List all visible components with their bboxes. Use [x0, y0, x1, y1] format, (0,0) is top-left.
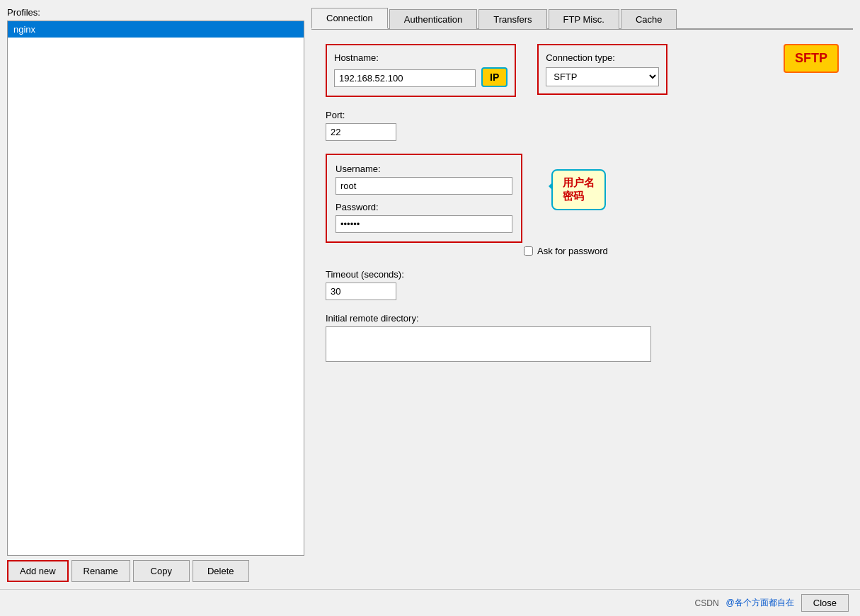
profiles-list[interactable]: nginx: [7, 21, 304, 556]
hostname-label: Hostname:: [334, 52, 508, 63]
tooltip-line1: 用户名: [563, 176, 595, 190]
password-group: Password:: [336, 202, 512, 233]
tab-cache[interactable]: Cache: [621, 9, 677, 29]
credentials-section: Username: Password: 用户名 密码: [326, 154, 522, 243]
main-container: Profiles: nginx Add new Rename Copy Dele…: [0, 0, 860, 589]
profile-item-nginx[interactable]: nginx: [8, 21, 304, 38]
timeout-input[interactable]: [326, 283, 396, 300]
watermark: @各个方面都自在: [726, 597, 794, 609]
port-input[interactable]: [326, 123, 396, 141]
connection-type-select[interactable]: SFTP FTP FTPS SCP: [546, 67, 659, 86]
credentials-tooltip: 用户名 密码: [551, 169, 606, 210]
ask-password-label: Ask for password: [537, 246, 608, 256]
password-label: Password:: [336, 202, 379, 212]
sftp-badge: SFTP: [784, 44, 839, 73]
copy-button[interactable]: Copy: [133, 560, 190, 582]
remote-dir-section: Initial remote directory:: [326, 313, 839, 362]
remote-dir-input[interactable]: [326, 326, 651, 362]
hostname-input-row: IP: [334, 67, 508, 89]
timeout-section: Timeout (seconds):: [326, 269, 839, 300]
port-label: Port:: [326, 110, 345, 120]
close-button[interactable]: Close: [801, 594, 849, 612]
ip-badge: IP: [481, 67, 508, 87]
connection-type-section: Connection type: SFTP FTP FTPS SCP: [537, 44, 667, 95]
tabs-bar: Connection Authentication Transfers FTP …: [311, 7, 853, 30]
delete-button[interactable]: Delete: [193, 560, 249, 582]
tab-authentication[interactable]: Authentication: [389, 9, 477, 29]
ask-password-section: Ask for password: [524, 246, 839, 256]
rename-button[interactable]: Rename: [71, 560, 130, 582]
remote-dir-label: Initial remote directory:: [326, 313, 419, 324]
profiles-label: Profiles:: [7, 7, 304, 18]
timeout-label: Timeout (seconds):: [326, 269, 404, 280]
username-label: Username:: [336, 164, 381, 174]
connection-type-label: Connection type:: [546, 52, 659, 63]
port-input-wrapper: [326, 123, 839, 141]
hostname-input[interactable]: [334, 69, 476, 87]
right-panel: Connection Authentication Transfers FTP …: [311, 7, 853, 582]
password-input[interactable]: [336, 215, 512, 233]
port-section: Port:: [326, 110, 839, 141]
profiles-buttons: Add new Rename Copy Delete: [7, 560, 304, 582]
username-input[interactable]: [336, 177, 512, 195]
ask-password-checkbox[interactable]: [524, 246, 533, 256]
tooltip-line2: 密码: [563, 190, 595, 203]
hostname-section: Hostname: IP: [326, 44, 516, 97]
csdn-label: CSDN: [695, 598, 719, 608]
footer: CSDN @各个方面都自在 Close: [0, 589, 860, 616]
add-new-button[interactable]: Add new: [7, 560, 69, 582]
top-fields-row: Hostname: IP Connection type: SFTP FTP F…: [326, 44, 839, 97]
tab-connection[interactable]: Connection: [311, 8, 388, 29]
profiles-panel: Profiles: nginx Add new Rename Copy Dele…: [7, 7, 304, 582]
username-group: Username:: [336, 164, 512, 195]
tab-ftp-misc[interactable]: FTP Misc.: [549, 9, 619, 29]
tab-content: SFTP Hostname: IP Connection type: SFTP: [311, 30, 853, 582]
tab-transfers[interactable]: Transfers: [478, 9, 546, 29]
